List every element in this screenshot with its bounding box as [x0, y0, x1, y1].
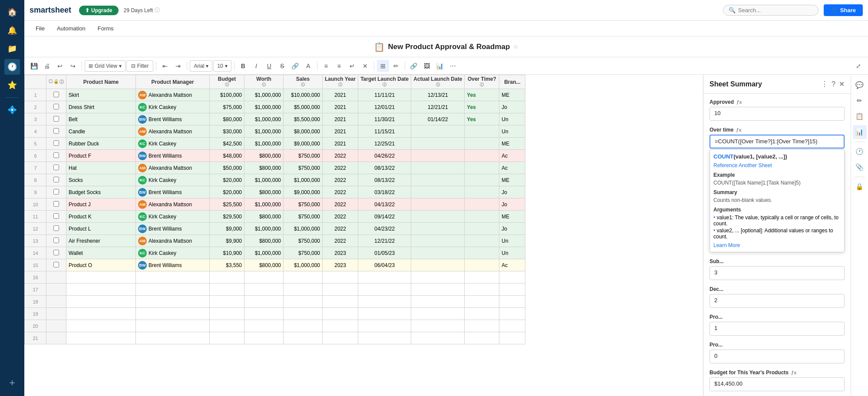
font-dropdown[interactable]: Arial ▾ — [190, 60, 212, 72]
col-header-worth[interactable]: Worth ⓘ — [244, 75, 284, 89]
learn-more-link[interactable]: Learn More — [713, 242, 841, 248]
actual-launch-cell[interactable] — [411, 150, 465, 162]
filter-button[interactable]: ⊟ Filter — [126, 60, 154, 72]
share-button[interactable]: 👤 Share — [824, 4, 863, 16]
target-launch-cell[interactable] — [358, 271, 411, 284]
overtime-cell[interactable] — [465, 235, 499, 247]
brand-cell[interactable]: Jo — [499, 198, 525, 211]
row-checkbox[interactable] — [53, 140, 59, 146]
sales-cell[interactable] — [284, 271, 323, 284]
sales-cell[interactable]: $750,000 — [284, 247, 323, 259]
save-button[interactable]: 💾 — [28, 60, 40, 72]
fx-icon-approved[interactable]: ƒx — [736, 99, 742, 105]
italic-button[interactable]: I — [250, 60, 262, 72]
nav-folder-icon[interactable]: 📁 — [4, 41, 20, 56]
budget-cell[interactable]: $25,500 — [210, 198, 244, 211]
worth-cell[interactable]: $1,000,000 — [244, 174, 284, 186]
overtime-cell[interactable] — [465, 223, 499, 235]
row-checkbox[interactable] — [53, 92, 59, 97]
row-checkbox-cell[interactable] — [46, 186, 66, 198]
row-checkbox[interactable] — [53, 177, 59, 182]
target-launch-cell[interactable]: 12/21/22 — [358, 235, 411, 247]
row-checkbox[interactable] — [53, 225, 59, 231]
launch-year-cell[interactable]: 2021 — [323, 101, 358, 113]
nav-bell-icon[interactable]: 🔔 — [4, 23, 20, 38]
worth-cell[interactable]: $1,000,000 — [244, 247, 284, 259]
product-name-cell[interactable]: Skirt — [66, 89, 136, 101]
manager-cell[interactable]: BWBrent Williams — [136, 259, 210, 271]
product-name-cell[interactable]: Hat — [66, 162, 136, 174]
overtime-cell[interactable] — [465, 186, 499, 198]
col-header-launch-year[interactable]: Launch Year ⓘ — [323, 75, 358, 89]
sales-cell[interactable]: $9,000,000 — [284, 186, 323, 198]
summary-menu-button[interactable]: ⋮ — [821, 80, 828, 88]
product-name-cell[interactable]: Product O — [66, 259, 136, 271]
product-name-cell[interactable] — [66, 332, 136, 344]
strikethrough-button[interactable]: S — [276, 60, 288, 72]
image-button[interactable]: 🖼 — [421, 60, 433, 72]
manager-cell[interactable]: KCKirk Caskey — [136, 101, 210, 113]
sales-cell[interactable]: $750,000 — [284, 162, 323, 174]
worth-cell[interactable] — [244, 320, 284, 332]
brand-cell[interactable] — [499, 296, 525, 308]
launch-year-cell[interactable]: 2021 — [323, 138, 358, 150]
favorite-icon[interactable]: ☆ — [513, 43, 518, 50]
budget-cell[interactable]: $100,000 — [210, 89, 244, 101]
bold-button[interactable]: B — [237, 60, 249, 72]
launch-year-cell[interactable]: 2022 — [323, 174, 358, 186]
link-button[interactable]: 🔗 — [408, 60, 420, 72]
summary-help-button[interactable]: ? — [832, 80, 835, 88]
manager-cell[interactable]: AMAlexandra Mattson — [136, 235, 210, 247]
sales-cell[interactable]: $9,000,000 — [284, 138, 323, 150]
brand-cell[interactable] — [499, 284, 525, 296]
target-launch-cell[interactable]: 11/11/21 — [358, 89, 411, 101]
summary-value-overtime[interactable]: =COUNT([Over Time?]1:[Over Time?]15) — [710, 135, 845, 148]
col-header-product-name[interactable]: Product Name — [66, 75, 136, 89]
actual-launch-cell[interactable] — [411, 235, 465, 247]
overtime-cell[interactable] — [465, 211, 499, 223]
actual-launch-cell[interactable] — [411, 247, 465, 259]
summary-value-approved[interactable]: 10 — [710, 107, 845, 121]
actual-launch-cell[interactable] — [411, 332, 465, 344]
worth-cell[interactable]: $1,000,000 — [244, 125, 284, 138]
launch-year-cell[interactable]: 2022 — [323, 223, 358, 235]
overtime-cell[interactable] — [465, 138, 499, 150]
manager-cell[interactable]: BWBrent Williams — [136, 150, 210, 162]
manager-cell[interactable]: KCKirk Caskey — [136, 247, 210, 259]
menu-automation[interactable]: Automation — [51, 21, 92, 36]
row-checkbox[interactable] — [53, 213, 59, 219]
actual-launch-cell[interactable]: 12/21/21 — [411, 101, 465, 113]
sales-cell[interactable]: $5,000,000 — [284, 101, 323, 113]
sheet-wrap[interactable]: ☐ 🔒 ⓘ Product Name Product Manager Budge… — [24, 75, 703, 396]
actual-launch-cell[interactable] — [411, 284, 465, 296]
brand-cell[interactable]: Un — [499, 125, 525, 138]
brand-cell[interactable] — [499, 332, 525, 344]
target-launch-cell[interactable]: 12/01/21 — [358, 101, 411, 113]
brand-cell[interactable]: ME — [499, 211, 525, 223]
summary-close-button[interactable]: ✕ — [839, 80, 845, 88]
sales-cell[interactable] — [284, 296, 323, 308]
overtime-cell[interactable] — [465, 162, 499, 174]
manager-cell[interactable]: AMAlexandra Mattson — [136, 162, 210, 174]
row-checkbox[interactable] — [53, 104, 59, 109]
sales-cell[interactable] — [284, 308, 323, 320]
ref-another-sheet-link[interactable]: Reference Another Sheet — [713, 162, 841, 168]
budget-cell[interactable] — [210, 271, 244, 284]
actual-launch-cell[interactable]: 01/14/22 — [411, 113, 465, 125]
row-checkbox-cell[interactable] — [46, 174, 66, 186]
launch-year-cell[interactable]: 2022 — [323, 211, 358, 223]
rail-comments-button[interactable]: 💬 — [853, 78, 867, 92]
overtime-cell[interactable] — [465, 259, 499, 271]
worth-cell[interactable]: $1,000,000 — [244, 101, 284, 113]
nav-clock-icon[interactable]: 🕐 — [4, 59, 20, 75]
worth-cell[interactable]: $1,000,000 — [244, 113, 284, 125]
target-launch-cell[interactable] — [358, 320, 411, 332]
row-checkbox-cell[interactable] — [46, 320, 66, 332]
actual-launch-cell[interactable] — [411, 138, 465, 150]
row-checkbox[interactable] — [53, 250, 59, 255]
product-name-cell[interactable] — [66, 271, 136, 284]
manager-cell[interactable] — [136, 320, 210, 332]
budget-cell[interactable] — [210, 332, 244, 344]
col-header-actual-launch[interactable]: Actual Launch Date ⓘ — [411, 75, 465, 89]
overtime-cell[interactable] — [465, 296, 499, 308]
